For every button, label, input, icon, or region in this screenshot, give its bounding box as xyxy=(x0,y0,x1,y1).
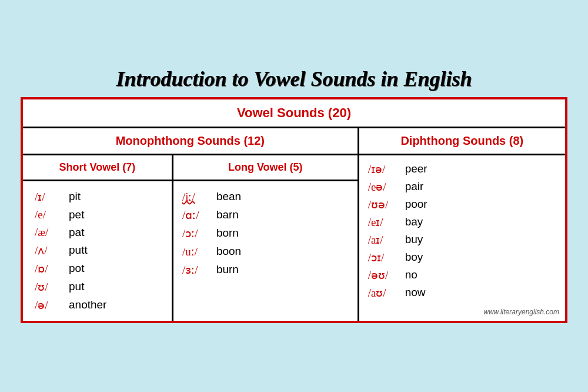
list-item: /ʊ/ put xyxy=(35,280,166,294)
vowel-symbol: /uː/ xyxy=(182,245,212,258)
diphthong-word: peer xyxy=(405,162,427,175)
diphthong-word: buy xyxy=(405,233,423,246)
list-item: /ɒ/ pot xyxy=(35,262,166,275)
main-content-row: Short Vowel (7) Long Vowel (5) /ɪ/ pit /… xyxy=(23,155,565,321)
vowel-data-row: /ɪ/ pit /e/ pet /æ/ pat /ʌ/ xyxy=(23,181,358,321)
page-title: Introduction to Vowel Sounds in English xyxy=(21,67,567,91)
list-item: /uː/ boon xyxy=(182,245,352,258)
list-item: /ɔɪ/ boy xyxy=(368,251,556,264)
list-item: /ə/ another xyxy=(35,298,166,312)
diphthong-symbol: /ɔɪ/ xyxy=(368,251,400,264)
vowel-symbol: /ʊ/ xyxy=(35,280,64,294)
vowel-symbol: /ɒ/ xyxy=(35,262,64,275)
vowel-word: boon xyxy=(216,245,241,258)
short-long-headers: Short Vowel (7) Long Vowel (5) xyxy=(23,155,358,181)
diphthong-symbol: /əʊ/ xyxy=(368,268,400,282)
diphthong-section: /ɪə/ peer /eə/ pair /ʊə/ poor /eɪ/ bay /… xyxy=(359,155,565,321)
list-item: /ɪə/ peer xyxy=(368,162,556,176)
vowel-word: pot xyxy=(69,262,84,275)
short-vowel-data: /ɪ/ pit /e/ pet /æ/ pat /ʌ/ xyxy=(23,181,173,321)
vowel-word: another xyxy=(69,298,106,311)
vowel-symbol: /ɑː/ xyxy=(182,208,212,222)
vowel-word: born xyxy=(216,227,239,240)
list-item: /ʌ/ putt xyxy=(35,244,166,257)
vowel-word: pat xyxy=(69,226,84,239)
diphthong-symbol: /aɪ/ xyxy=(368,233,400,247)
list-item: /aɪ/ buy xyxy=(368,233,556,247)
diphthong-word: now xyxy=(405,286,426,299)
list-item: /eə/ pair xyxy=(368,180,556,194)
vowel-word: putt xyxy=(69,244,88,257)
diphthong-header: Diphthong Sounds (8) xyxy=(359,128,565,154)
vowel-symbol: /ɜː/ xyxy=(182,263,212,277)
diphthong-word: poor xyxy=(405,198,427,211)
short-vowel-header: Short Vowel (7) xyxy=(23,155,173,180)
list-item: /æ/ pat xyxy=(35,226,166,239)
vowel-symbol: /iː/ xyxy=(182,190,212,204)
diphthong-word: pair xyxy=(405,180,424,193)
diphthong-symbol: /ɪə/ xyxy=(368,162,400,176)
list-item: /əʊ/ no xyxy=(368,268,556,282)
vowel-word: pet xyxy=(69,208,84,221)
list-item: /ɪ/ pit xyxy=(35,190,166,204)
vowel-word: barn xyxy=(216,208,239,221)
vowel-word: put xyxy=(69,280,84,293)
list-item: /ʊə/ poor xyxy=(368,198,556,211)
list-item: /ɜː/ burn xyxy=(182,263,352,277)
list-item: /ɑː/ barn xyxy=(182,208,352,222)
vowel-symbol: /æ/ xyxy=(35,226,64,239)
list-item: /e/ pet xyxy=(35,208,166,221)
page-wrapper: Introduction to Vowel Sounds in English … xyxy=(12,61,576,332)
main-table: Vowel Sounds (20) Monophthong Sounds (12… xyxy=(21,97,567,323)
list-item: /aʊ/ now xyxy=(368,286,556,300)
diphthong-word: no xyxy=(405,268,417,281)
list-item: /ɔː/ born xyxy=(182,227,352,240)
monophthong-section: Short Vowel (7) Long Vowel (5) /ɪ/ pit /… xyxy=(23,155,359,321)
vowel-word: pit xyxy=(69,190,81,203)
long-vowel-data: /iː/ bean /ɑː/ barn /ɔː/ born /uː/ xyxy=(173,181,358,321)
long-vowel-header: Long Vowel (5) xyxy=(173,155,358,180)
vowel-symbol: /ɔː/ xyxy=(182,227,212,240)
diphthong-symbol: /eɪ/ xyxy=(368,215,400,229)
diphthong-symbol: /eə/ xyxy=(368,180,400,194)
list-item: /eɪ/ bay xyxy=(368,215,556,229)
vowel-symbol: /ɪ/ xyxy=(35,190,64,204)
diphthong-word: bay xyxy=(405,215,423,228)
diphthong-symbol: /aʊ/ xyxy=(368,286,400,300)
vowel-symbol: /ə/ xyxy=(35,298,64,312)
list-item: /iː/ bean xyxy=(182,190,352,204)
vowel-symbol: /ʌ/ xyxy=(35,244,64,257)
vowel-symbol: /e/ xyxy=(35,208,64,221)
vowel-word: burn xyxy=(216,263,239,276)
vowel-sounds-header: Vowel Sounds (20) xyxy=(23,99,565,128)
diphthong-symbol: /ʊə/ xyxy=(368,198,400,211)
website-credit: www.literaryenglish.com xyxy=(483,308,559,316)
monophthong-header: Monophthong Sounds (12) xyxy=(23,128,359,154)
vowel-word: bean xyxy=(216,190,241,203)
diphthong-word: boy xyxy=(405,251,423,264)
second-row: Monophthong Sounds (12) Diphthong Sounds… xyxy=(23,128,565,155)
